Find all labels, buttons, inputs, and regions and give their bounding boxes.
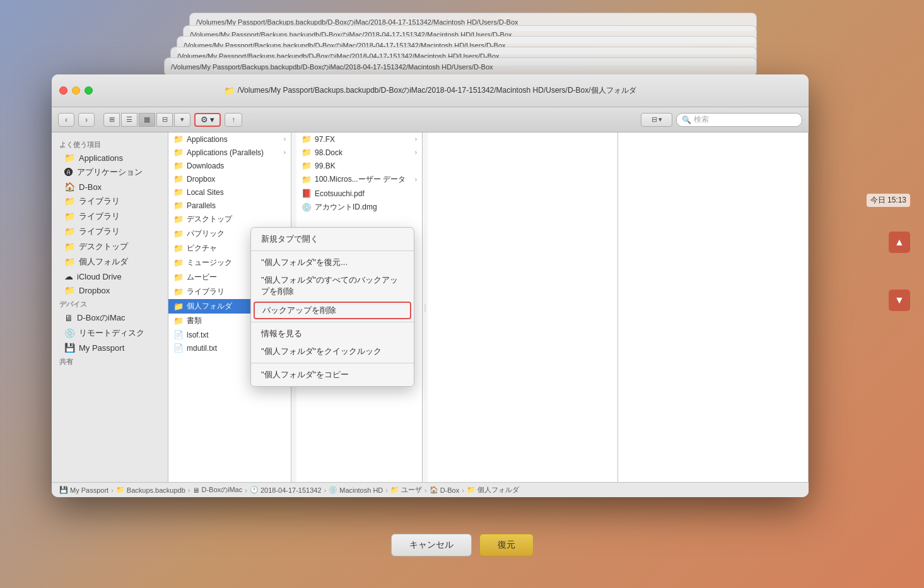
- menu-separator-2: [251, 322, 414, 322]
- sidebar-item-dbox[interactable]: 🏠 D-Box: [54, 180, 165, 194]
- folder-icon: 📁: [64, 196, 75, 206]
- gear-action-button[interactable]: ⚙ ▾: [194, 113, 221, 127]
- folder-icon: 📁: [301, 161, 312, 170]
- file-icon: 📄: [173, 330, 184, 339]
- menu-item-quicklook[interactable]: "個人フォルダ"をクイックルック: [251, 343, 414, 360]
- col1-item-localsites[interactable]: 📁 Local Sites: [168, 185, 291, 199]
- sidebar-item-library1[interactable]: 📁 ライブラリ: [54, 194, 165, 209]
- folder-icon: 📁: [301, 175, 312, 184]
- sidebar-item-label: ライブラリ: [79, 226, 120, 237]
- drive-icon: 💾: [59, 486, 68, 494]
- menu-item-delete-all-backups[interactable]: "個人フォルダ"のすべてのバックアップを削除: [251, 271, 414, 300]
- col1-item-applications-parallels[interactable]: 📁 Applications (Parallels) ›: [168, 146, 291, 159]
- maximize-button[interactable]: [85, 86, 93, 95]
- col1-item-applications[interactable]: 📁 Applications ›: [168, 132, 291, 146]
- stack-win-path-5: /Volumes/My Passport/Backups.backupdb/D-…: [171, 62, 493, 72]
- sidebar-item-imac[interactable]: 🖥 D-BoxのiMac: [54, 310, 165, 326]
- bc-item-mypassport[interactable]: 💾 My Passport: [59, 486, 108, 494]
- file-area: 📁 Applications › 📁 Applications (Paralle…: [168, 132, 809, 482]
- folder-icon: 📁: [116, 486, 125, 494]
- folder-icon: 📁: [301, 134, 312, 144]
- share-icon: ↑: [231, 115, 235, 124]
- folder-icon: 📁: [173, 229, 184, 238]
- cancel-button[interactable]: キャンセル: [391, 534, 472, 556]
- folder-icon: 📁: [390, 486, 399, 494]
- search-icon: 🔍: [682, 115, 691, 124]
- sidebar-item-apps-jp[interactable]: 🅐 アプリケーション: [54, 165, 165, 180]
- title-bar: 📁 /Volumes/My Passport/Backups.backupdb/…: [52, 74, 809, 107]
- col1-item-desktop[interactable]: 📁 デスクトップ: [168, 212, 291, 226]
- menu-item-delete-backup[interactable]: バックアップを削除: [254, 302, 411, 319]
- view-column-button[interactable]: ▦: [139, 113, 155, 127]
- down-arrow-button[interactable]: ▼: [889, 290, 910, 311]
- col2-item-99bk[interactable]: 📁 99.BK: [296, 159, 422, 172]
- bc-item-macos[interactable]: 💿 Macintosh HD: [329, 486, 383, 494]
- menu-item-new-tab[interactable]: 新規タブで開く: [251, 230, 414, 248]
- sidebar-item-label: ライブラリ: [79, 196, 120, 207]
- shared-header: 共有: [52, 355, 168, 368]
- menu-item-info[interactable]: 情報を見る: [251, 325, 414, 343]
- sidebar-item-icloud[interactable]: ☁ iCloud Drive: [54, 269, 165, 283]
- favorites-header: よく使う項目: [52, 138, 168, 151]
- main-area: よく使う項目 📁 Applications 🅐 アプリケーション 🏠 D-Box…: [52, 132, 809, 482]
- sidebar-item-library3[interactable]: 📁 ライブラリ: [54, 224, 165, 239]
- sidebar-item-label: アプリケーション: [77, 167, 143, 178]
- col2-item-ecot[interactable]: 📕 Ecotsuuchi.pdf: [296, 187, 422, 200]
- sidebar-item-applications[interactable]: 📁 Applications: [54, 151, 165, 165]
- sidebar-item-remote[interactable]: 💿 リモートディスク: [54, 326, 165, 341]
- menu-item-restore[interactable]: "個人フォルダ"を復元...: [251, 254, 414, 271]
- close-button[interactable]: [59, 86, 67, 95]
- col2-item-account[interactable]: 💿 アカウントID.dmg: [296, 200, 422, 215]
- bc-item-personal[interactable]: 📁 個人フォルダ: [467, 485, 519, 495]
- menu-separator-1: [251, 250, 414, 251]
- folder-icon: 📁: [173, 148, 184, 157]
- view-extra-button[interactable]: ▾: [174, 113, 190, 127]
- view-gallery-button[interactable]: ⊟: [156, 113, 173, 127]
- col-resizer-2[interactable]: [423, 132, 428, 482]
- back-button[interactable]: ‹: [58, 113, 74, 127]
- col2-item-97fx[interactable]: 📁 97.FX ›: [296, 132, 422, 146]
- bc-item-date[interactable]: 🕐 2018-04-17-151342: [250, 486, 322, 494]
- col2-item-100micros[interactable]: 📁 100.Micros...ーザー データ ›: [296, 172, 422, 187]
- forward-button[interactable]: ›: [78, 113, 95, 127]
- file-icon: 📄: [173, 343, 184, 353]
- view-buttons: ⊞ ☰ ▦ ⊟ ▾: [103, 113, 190, 127]
- dmg-icon: 💿: [301, 203, 312, 212]
- folder-icon: 📁: [64, 211, 75, 221]
- sidebar-item-mypassport[interactable]: 💾 My Passport: [54, 341, 165, 355]
- sidebar: よく使う項目 📁 Applications 🅐 アプリケーション 🏠 D-Box…: [52, 132, 168, 482]
- toolbar: ‹ › ⊞ ☰ ▦ ⊟ ▾ ⚙ ▾ ↑ ⊟ ▾ 🔍 検索: [52, 107, 809, 132]
- folder-icon: 📁: [467, 486, 476, 494]
- monitor-icon: 🖥: [64, 313, 73, 323]
- finder-window: 📁 /Volumes/My Passport/Backups.backupdb/…: [52, 74, 809, 497]
- sidebar-item-dropbox[interactable]: 📁 Dropbox: [54, 283, 165, 297]
- folder-icon: 📁: [173, 174, 184, 184]
- sidebar-item-desktop[interactable]: 📁 デスクトップ: [54, 239, 165, 254]
- view-options-button[interactable]: ⊟ ▾: [641, 113, 672, 127]
- folder-icon: 📁: [173, 273, 184, 282]
- col1-item-downloads[interactable]: 📁 Downloads: [168, 159, 291, 172]
- sidebar-item-label: Dropbox: [79, 286, 110, 295]
- menu-item-copy[interactable]: "個人フォルダ"をコピー: [251, 366, 414, 384]
- minimize-button[interactable]: [72, 86, 80, 95]
- col1-item-dropbox[interactable]: 📁 Dropbox: [168, 172, 291, 185]
- sidebar-item-library2[interactable]: 📁 ライブラリ: [54, 209, 165, 224]
- bc-item-users[interactable]: 📁 ユーザ: [390, 485, 422, 495]
- folder-icon: 📁: [173, 187, 184, 197]
- share-button[interactable]: ↑: [225, 113, 242, 127]
- home-icon: 🏠: [64, 182, 75, 192]
- bc-item-dbox[interactable]: 🏠 D-Box: [430, 486, 460, 494]
- restore-button[interactable]: 復元: [479, 534, 534, 556]
- folder-icon: 📁: [64, 153, 75, 163]
- bc-item-imac[interactable]: 🖥 D-BoxのiMac: [192, 485, 242, 495]
- col2-item-98dock[interactable]: 📁 98.Dock ›: [296, 146, 422, 159]
- view-list-button[interactable]: ☰: [121, 113, 137, 127]
- view-icon-button[interactable]: ⊞: [103, 113, 120, 127]
- sidebar-item-label: ライブラリ: [79, 211, 120, 222]
- clock-icon: 🕐: [250, 486, 259, 494]
- col1-item-parallels[interactable]: 📁 Parallels: [168, 199, 291, 212]
- folder-icon: 📁: [173, 258, 184, 268]
- up-arrow-button[interactable]: ▲: [889, 232, 910, 253]
- bc-item-backups[interactable]: 📁 Backups.backupdb: [116, 486, 185, 494]
- sidebar-item-personal[interactable]: 📁 個人フォルダ: [54, 254, 165, 269]
